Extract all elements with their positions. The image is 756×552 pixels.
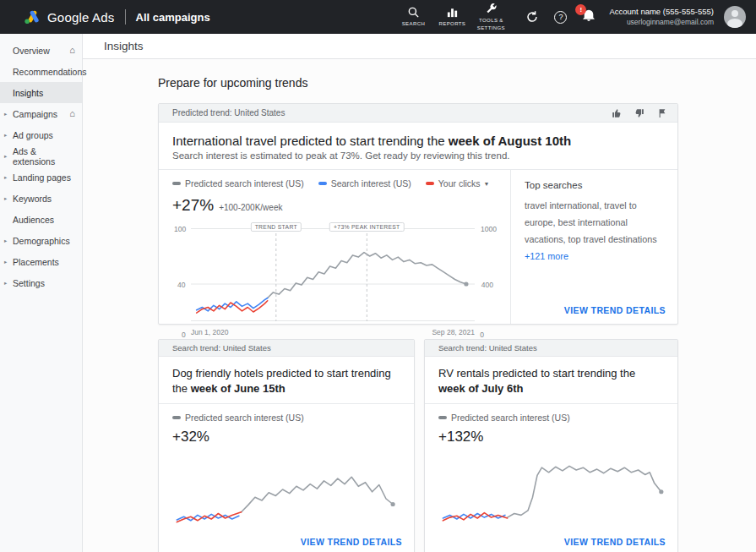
view-trend-details-link[interactable]: VIEW TREND DETAILS xyxy=(301,537,402,547)
legend-predicted: Predicted search interest (US) xyxy=(438,413,570,423)
sidebar-item-overview[interactable]: Overview ⌂ xyxy=(0,40,82,61)
help-icon: ? xyxy=(554,11,567,24)
legend-label: Your clicks xyxy=(438,178,481,189)
trend-chart-svg xyxy=(438,451,668,528)
sidebar-item-label: Ads & extensions xyxy=(13,146,75,167)
view-trend-details-link[interactable]: VIEW TREND DETAILS xyxy=(564,305,666,315)
sidebar-item-label: Keywords xyxy=(13,194,52,204)
legend-label: Predicted search interest (US) xyxy=(451,413,570,423)
thumbs-up-icon[interactable] xyxy=(612,108,622,118)
legend-swatch xyxy=(426,182,434,185)
expand-arrow-icon: ▸ xyxy=(4,153,7,160)
account-menu[interactable]: Account name (555-555-555) userloginname… xyxy=(609,7,714,27)
top-searches-text: travel international, travel to europe, … xyxy=(525,198,664,265)
flag-icon[interactable] xyxy=(657,108,667,118)
search-icon xyxy=(407,6,420,19)
thumbs-down-icon[interactable] xyxy=(634,108,645,118)
home-icon: ⌂ xyxy=(69,109,75,118)
trend-title-date: week of July 6th xyxy=(438,382,523,395)
reports-button[interactable]: REPORTS xyxy=(432,6,471,27)
notifications-button[interactable]: ! xyxy=(582,8,596,25)
card-strip: Search trend: United States xyxy=(159,340,414,357)
account-email: userloginname@email.com xyxy=(609,18,714,27)
top-searches-terms: travel international, travel to europe, … xyxy=(525,200,657,244)
sidebar-item-label: Placements xyxy=(13,257,59,267)
search-label: SEARCH xyxy=(402,20,425,27)
sidebar-item-label: Recommendations xyxy=(13,67,87,77)
sidebar-item-audiences[interactable]: Audiences xyxy=(0,209,82,230)
sidebar-item-landing-pages[interactable]: ▸ Landing pages xyxy=(0,167,82,188)
card-strip-label: Search trend: United States xyxy=(438,343,537,353)
campaign-scope-label: All campaigns xyxy=(136,11,210,24)
help-button[interactable]: ? xyxy=(554,11,567,24)
sidebar-item-keywords[interactable]: ▸ Keywords xyxy=(0,188,82,209)
sidebar-item-insights[interactable]: Insights xyxy=(0,82,82,103)
legend-swatch xyxy=(172,416,181,419)
trend-start-annotation: TREND START xyxy=(251,222,302,232)
top-searches-title: Top searches xyxy=(525,180,664,190)
sidebar-item-demographics[interactable]: ▸ Demographics xyxy=(0,230,82,251)
search-trend-card-rv-rentals: Search trend: United States RV rentals p… xyxy=(424,339,678,552)
refresh-button[interactable] xyxy=(525,10,539,24)
y-axis-tick: 1000 xyxy=(481,225,497,233)
expand-arrow-icon: ▸ xyxy=(4,259,7,265)
sidebar-item-ad-groups[interactable]: ▸ Ad groups xyxy=(0,124,82,145)
sidebar-item-recommendations[interactable]: Recommendations xyxy=(0,61,82,82)
expand-arrow-icon: ▸ xyxy=(4,195,7,202)
sidebar: Overview ⌂ Recommendations Insights ▸ Ca… xyxy=(0,34,83,552)
trend-metric: +32% xyxy=(159,423,414,445)
trend-metric-volume: +100-200K/week xyxy=(219,203,282,212)
trend-title-text: International travel predicted to start … xyxy=(172,134,449,148)
y-axis-tick: 100 xyxy=(174,225,186,233)
trend-metric: +27% xyxy=(172,196,214,215)
sidebar-item-settings[interactable]: ▸ Settings xyxy=(0,272,82,293)
chevron-down-icon: ▼ xyxy=(484,181,490,187)
home-icon: ⌂ xyxy=(69,46,75,55)
wrench-icon xyxy=(485,3,498,15)
sidebar-item-placements[interactable]: ▸ Placements xyxy=(0,251,82,272)
card-strip: Search trend: United States xyxy=(425,340,677,357)
y-axis-tick: 400 xyxy=(481,281,493,289)
section-heading: Prepare for upcoming trends xyxy=(158,76,756,90)
sidebar-item-label: Audiences xyxy=(13,215,54,225)
sidebar-item-label: Overview xyxy=(13,46,50,56)
trend-metric: +132% xyxy=(425,423,677,445)
legend-swatch xyxy=(318,182,327,185)
account-name: Account name (555-555-555) xyxy=(609,7,714,18)
chart-legend: Predicted search interest (US) xyxy=(159,404,414,423)
trend-subtitle: Search interest is estimated to peak at … xyxy=(159,150,677,169)
sidebar-item-campaigns[interactable]: ▸ Campaigns ⌂ xyxy=(0,103,82,124)
google-ads-logo-icon xyxy=(24,9,41,25)
search-button[interactable]: SEARCH xyxy=(394,6,432,27)
legend-your-clicks-dropdown[interactable]: Your clicks ▼ xyxy=(426,178,490,189)
page-title: Insights xyxy=(104,40,144,52)
x-axis-start: Jun 1, 2020 xyxy=(191,328,228,336)
top-searches-panel: Top searches travel international, trave… xyxy=(510,170,677,324)
y-axis-tick: 0 xyxy=(480,331,484,339)
trend-title-text: RV rentals predicted to start trending t… xyxy=(438,367,635,380)
card-strip-label: Search trend: United States xyxy=(172,343,271,353)
legend-search-interest: Search interest (US) xyxy=(318,178,411,189)
expand-arrow-icon: ▸ xyxy=(4,238,7,244)
legend-swatch xyxy=(438,416,447,419)
trend-chart-svg xyxy=(191,228,475,321)
x-axis-end: Sep 28, 2021 xyxy=(432,328,475,336)
trend-title-date: week of June 15th xyxy=(191,382,286,395)
more-searches-link[interactable]: +121 more xyxy=(525,251,568,261)
view-trend-details-link[interactable]: VIEW TREND DETAILS xyxy=(564,537,666,547)
reports-icon xyxy=(446,6,459,19)
sidebar-item-ads-extensions[interactable]: ▸ Ads & extensions xyxy=(0,145,82,167)
legend-label: Search interest (US) xyxy=(331,178,411,189)
tools-settings-button[interactable]: TOOLS & SETTINGS xyxy=(471,3,510,31)
y-axis-tick: 40 xyxy=(177,281,185,289)
expand-arrow-icon: ▸ xyxy=(4,132,7,139)
tools-settings-label: TOOLS & SETTINGS xyxy=(471,17,510,31)
trend-chart: TREND START +73% PEAK INTEREST 100 40 0 … xyxy=(191,228,475,336)
chart-legend: Predicted search interest (US) xyxy=(425,404,677,423)
reports-label: REPORTS xyxy=(439,20,466,27)
google-ads-logo[interactable]: Google Ads xyxy=(24,9,115,25)
refresh-icon xyxy=(525,10,539,24)
search-trend-card-dog-hotels: Search trend: United States Dog friendly… xyxy=(158,339,415,552)
avatar[interactable] xyxy=(724,6,746,28)
trend-title: Dog friendly hotels predicted to start t… xyxy=(159,357,414,403)
